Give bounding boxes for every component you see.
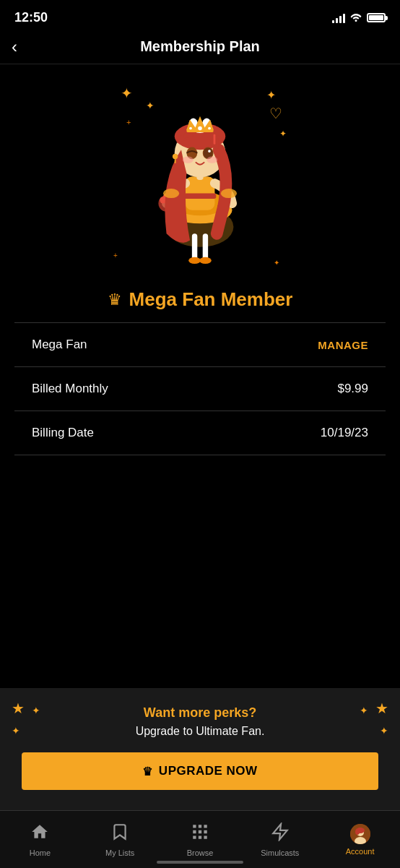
bottom-nav: Home My Lists Browse Simulcasts [0,810,400,868]
membership-type-row: Mega Fan MANAGE [14,323,386,367]
svg-rect-1 [192,233,197,260]
star-decoration: ✦ [274,259,279,267]
svg-point-22 [189,127,192,130]
billing-date-row: Billing Date 10/19/23 [14,411,386,455]
manage-button[interactable]: MANAGE [318,339,368,351]
svg-point-30 [173,154,178,159]
hero-section: ✦ ✦ + ✦ ♡ ✦ ✦ + [0,64,400,477]
battery-icon [367,13,386,22]
nav-item-browse[interactable]: Browse [160,822,240,857]
svg-rect-33 [214,134,216,145]
nav-item-my-lists[interactable]: My Lists [80,822,160,857]
deco-star-right-2: ★ [375,701,388,716]
status-time: 12:50 [14,10,48,25]
upgrade-section: ★ ✦ ✦ ★ ✦ ✦ Want more perks? Upgrade to … [0,688,400,810]
star-decoration: ✦ [146,100,155,111]
wifi-icon [349,12,362,24]
nav-label-account: Account [346,847,375,856]
info-section: Mega Fan MANAGE Billed Monthly $9.99 Bil… [14,322,386,455]
nav-label-browse: Browse [187,848,214,857]
svg-point-28 [183,157,194,163]
nav-item-account[interactable]: Account [320,824,400,856]
home-indicator [157,861,243,864]
svg-point-4 [199,257,212,264]
membership-type-label: Mega Fan [32,338,87,352]
billing-date-label: Billing Date [32,426,94,440]
status-icons [332,12,386,24]
deco-star-right-1: ✦ [360,705,368,716]
character-container: ✦ ✦ + ✦ ♡ ✦ ✦ + [106,79,294,281]
star-decoration: ✦ [279,129,287,138]
member-badge: ♛ Mega Fan Member [108,288,293,311]
nav-item-simulcasts[interactable]: Simulcasts [240,822,320,857]
svg-rect-32 [217,138,219,148]
svg-rect-2 [203,233,208,260]
svg-point-29 [206,157,217,163]
deco-star-bottom-right: ✦ [380,724,388,737]
browse-icon [191,822,209,846]
billing-frequency-row: Billed Monthly $9.99 [14,367,386,411]
main-content: ✦ ✦ + ✦ ♡ ✦ ✦ + [0,64,400,556]
nav-label-simulcasts: Simulcasts [261,848,299,857]
status-bar: 12:50 [0,0,400,30]
heart-decoration: ♡ [269,106,282,121]
simulcasts-icon [271,822,290,846]
svg-point-41 [355,829,360,835]
svg-point-23 [208,127,211,130]
svg-point-3 [188,257,201,264]
upgrade-title: Want more perks? [144,705,256,721]
header: ‹ Membership Plan [0,30,400,64]
my-lists-icon [110,822,129,846]
member-title: Mega Fan Member [129,288,293,311]
svg-point-34 [163,189,179,198]
svg-rect-8 [184,194,217,199]
home-icon [30,822,49,846]
star-decoration: ✦ [266,90,276,101]
upgrade-now-button[interactable]: ♛ UPGRADE NOW [22,752,378,790]
character-illustration [121,86,279,274]
account-avatar [350,824,370,844]
signal-icon [332,13,345,23]
upgrade-button-label: UPGRADE NOW [159,764,258,778]
nav-item-home[interactable]: Home [0,822,80,857]
svg-point-21 [198,126,202,131]
star-decoration: + [113,252,118,259]
deco-star-left-2: ✦ [32,705,40,716]
nav-label-home: Home [30,848,51,857]
page-title: Membership Plan [140,38,260,55]
billing-date-value: 10/19/23 [321,426,368,440]
back-button[interactable]: ‹ [12,38,17,56]
nav-label-my-lists: My Lists [105,848,134,857]
deco-star-left-1: ★ [12,701,25,716]
crown-icon: ♛ [108,291,122,309]
svg-point-27 [208,150,211,152]
billing-frequency-label: Billed Monthly [32,382,108,396]
deco-star-bottom-left: ✦ [12,724,20,737]
svg-rect-7 [186,176,215,210]
upgrade-crown-icon: ♛ [142,765,153,778]
svg-marker-36 [273,824,287,840]
star-decoration: ✦ [121,86,133,100]
upgrade-subtitle: Upgrade to Ultimate Fan. [136,725,265,738]
svg-point-35 [221,189,237,198]
star-decoration: + [126,119,131,126]
billing-amount: $9.99 [337,382,368,396]
